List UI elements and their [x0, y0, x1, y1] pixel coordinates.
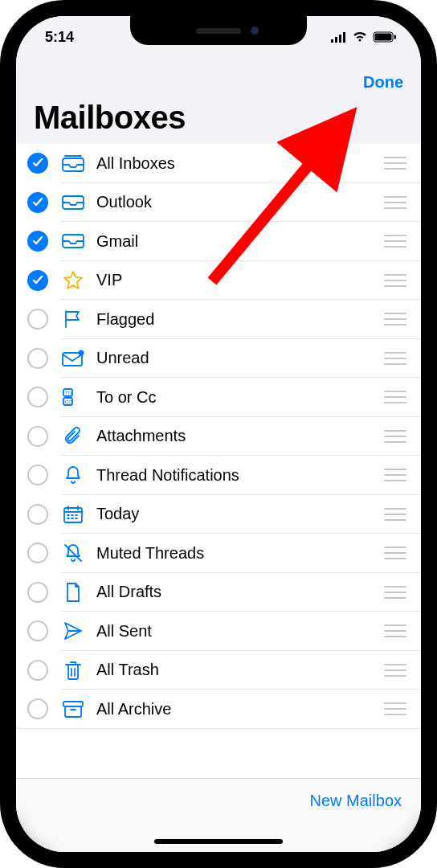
status-time: 5:14 — [45, 29, 74, 46]
to-cc-icon: TOCC — [59, 386, 87, 408]
volume-down — [0, 281, 2, 338]
cellular-icon — [331, 32, 347, 43]
mailbox-row[interactable]: All Sent — [16, 612, 421, 651]
svg-text:TO: TO — [65, 391, 72, 395]
page-title: Mailboxes — [34, 100, 403, 144]
mailbox-row[interactable]: Flagged — [16, 300, 421, 339]
mailbox-row[interactable]: Thread Notifications — [16, 456, 421, 495]
selection-checkbox[interactable] — [27, 582, 48, 603]
mailbox-label: Muted Threads — [96, 544, 384, 563]
star-icon — [59, 269, 87, 292]
attachment-icon — [59, 425, 87, 448]
mailbox-row[interactable]: Unread — [16, 339, 421, 379]
home-indicator[interactable] — [154, 839, 283, 844]
reorder-handle[interactable] — [384, 664, 406, 677]
unread-icon — [59, 347, 87, 370]
reorder-handle[interactable] — [384, 508, 406, 521]
reorder-handle[interactable] — [384, 391, 406, 403]
reorder-handle[interactable] — [384, 196, 406, 209]
mailbox-row[interactable]: All Archive — [16, 690, 421, 729]
svg-rect-18 — [63, 702, 83, 706]
new-mailbox-button[interactable]: New Mailbox — [310, 792, 402, 810]
mute-switch — [0, 153, 2, 185]
selection-checkbox[interactable] — [27, 660, 48, 681]
sent-icon — [59, 620, 87, 642]
wifi-icon — [352, 31, 368, 43]
reorder-handle[interactable] — [384, 157, 406, 170]
notch — [130, 16, 307, 45]
svg-line-17 — [65, 545, 81, 561]
mailbox-row[interactable]: Muted Threads — [16, 534, 421, 573]
bell-icon — [59, 464, 87, 486]
svg-point-11 — [79, 350, 84, 355]
inbox-icon — [59, 191, 87, 214]
mailbox-row[interactable]: Today — [16, 495, 421, 534]
selection-checkbox[interactable] — [27, 387, 48, 407]
selection-checkbox[interactable] — [27, 231, 48, 252]
reorder-handle[interactable] — [384, 352, 406, 365]
selection-checkbox[interactable] — [27, 192, 48, 213]
svg-rect-0 — [331, 39, 333, 43]
svg-rect-6 — [394, 35, 397, 39]
bottom-toolbar: New Mailbox — [16, 778, 421, 852]
reorder-handle[interactable] — [384, 624, 406, 637]
mailbox-label: Attachments — [96, 427, 384, 445]
svg-rect-1 — [335, 37, 337, 43]
selection-checkbox[interactable] — [27, 270, 48, 291]
mailbox-label: Thread Notifications — [96, 466, 384, 485]
reorder-handle[interactable] — [384, 586, 406, 599]
selection-checkbox[interactable] — [27, 153, 48, 174]
mailbox-row[interactable]: Gmail — [16, 222, 421, 261]
svg-rect-3 — [343, 32, 345, 43]
svg-rect-2 — [339, 35, 341, 43]
navigation-bar: Done Mailboxes — [16, 58, 421, 144]
reorder-handle[interactable] — [384, 430, 406, 443]
selection-checkbox[interactable] — [27, 348, 48, 369]
archive-icon — [59, 698, 87, 720]
mailbox-list: All InboxesOutlookGmailVIPFlaggedUnreadT… — [16, 144, 421, 729]
mailbox-label: To or Cc — [96, 388, 384, 407]
done-button[interactable]: Done — [363, 73, 403, 92]
selection-checkbox[interactable] — [27, 465, 48, 485]
device-frame: 5:14 Done Mailboxes All InboxesOutlookGm… — [0, 0, 437, 868]
selection-checkbox[interactable] — [27, 620, 48, 641]
svg-text:CC: CC — [65, 399, 72, 404]
screen: 5:14 Done Mailboxes All InboxesOutlookGm… — [16, 16, 421, 852]
selection-checkbox[interactable] — [27, 504, 48, 525]
svg-rect-10 — [63, 353, 82, 366]
mailbox-row[interactable]: All Drafts — [16, 573, 421, 612]
trash-icon — [59, 659, 87, 682]
reorder-handle[interactable] — [384, 547, 406, 559]
selection-checkbox[interactable] — [27, 309, 48, 330]
mailbox-row[interactable]: All Trash — [16, 651, 421, 690]
mailbox-row[interactable]: Attachments — [16, 417, 421, 457]
mailbox-label: Gmail — [96, 232, 384, 251]
calendar-icon — [59, 503, 87, 526]
reorder-handle[interactable] — [384, 274, 406, 287]
reorder-handle[interactable] — [384, 702, 406, 715]
front-camera — [251, 27, 259, 35]
mailbox-row[interactable]: TOCCTo or Cc — [16, 378, 421, 417]
reorder-handle[interactable] — [384, 235, 406, 248]
mailbox-label: All Trash — [96, 661, 384, 679]
selection-checkbox[interactable] — [27, 698, 48, 719]
selection-checkbox[interactable] — [27, 542, 48, 563]
reorder-handle[interactable] — [384, 313, 406, 326]
mailbox-label: VIP — [96, 271, 384, 289]
selection-checkbox[interactable] — [27, 426, 48, 447]
reorder-handle[interactable] — [384, 469, 406, 481]
flag-icon — [59, 308, 87, 330]
mailbox-label: Today — [96, 505, 384, 523]
mailbox-label: Unread — [96, 349, 384, 367]
bell-slash-icon — [59, 542, 87, 564]
mailbox-label: All Archive — [96, 700, 384, 719]
mailbox-row[interactable]: All Inboxes — [16, 144, 421, 183]
mailbox-label: Flagged — [96, 310, 384, 329]
mailbox-label: All Sent — [96, 622, 384, 641]
volume-up — [0, 209, 2, 265]
draft-icon — [59, 581, 87, 604]
mailbox-row[interactable]: Outlook — [16, 183, 421, 223]
all-inboxes-icon — [59, 152, 87, 174]
inbox-icon — [59, 230, 87, 252]
mailbox-row[interactable]: VIP — [16, 261, 421, 301]
